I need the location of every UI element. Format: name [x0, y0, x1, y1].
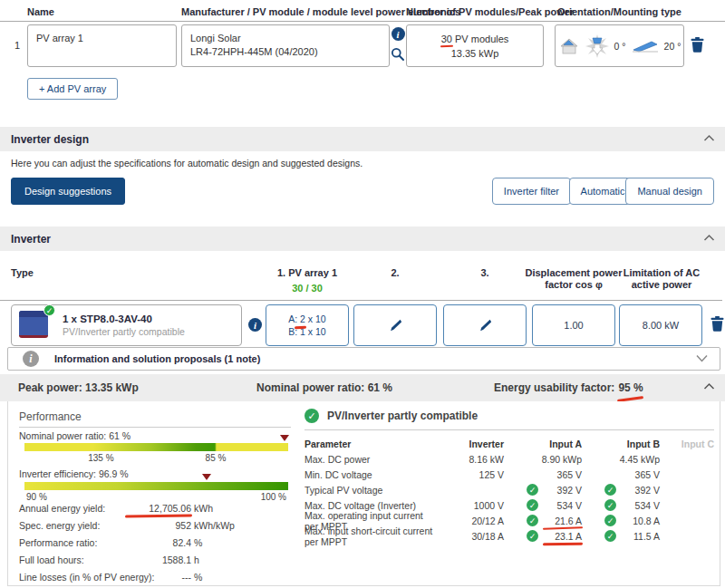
short-circuit-current-a-value: 23.1 A [544, 531, 582, 542]
information-proposals-bar[interactable]: i Information and solution proposals (1 … [7, 347, 720, 371]
check-icon: ✓ [527, 530, 538, 542]
performance-stats: Annual energy yield: 12,705.06kWh Spec. … [19, 501, 291, 587]
peak-power-value: 13.35 kWp [451, 46, 499, 61]
information-proposals-label: Information and solution proposals (1 no… [54, 353, 260, 364]
tilt-panel-icon [632, 40, 659, 53]
check-icon: ✓ [604, 530, 616, 542]
inverter-device-image: ✓ [19, 309, 52, 342]
check-icon: ✓ [604, 499, 616, 511]
design-suggestions-button[interactable]: Design suggestions [11, 178, 125, 205]
add-pv-array-button[interactable]: + Add PV array [27, 78, 118, 100]
gauge-marker [280, 435, 289, 441]
inverter-design-section-header[interactable]: Inverter design [0, 127, 725, 151]
pv-module-select[interactable]: Longi Solar LR4-72HPH-445M (04/2020) [181, 24, 390, 67]
pv-array-1-assigned-count: 30 / 30 [266, 283, 349, 294]
inverter-type-box[interactable]: ✓ 1 x STP8.0-3AV-40 PV/Inverter partly c… [11, 304, 242, 346]
compat-row-short-circuit-current: Max. input short-circuit current per MPP… [304, 528, 714, 544]
expand-chevron-down-icon[interactable] [695, 353, 709, 363]
compat-row-typical-pv-voltage: Typical PV voltage ✓392 V ✓392 V [304, 482, 714, 497]
collapse-chevron-up-icon[interactable] [703, 234, 715, 242]
operating-current-a-value: 21.6 A [544, 516, 582, 526]
compatibility-title: ✓ PV/Inverter partly compatible [304, 409, 478, 423]
gauge1-tick-135: 135 % [88, 453, 113, 463]
col-header-3: 3. [443, 267, 527, 278]
pv-design-page: Name Manufacturer / PV module / module l… [0, 0, 725, 588]
check-icon: ✓ [527, 499, 538, 511]
manufacturer-name: Longi Solar [190, 32, 381, 45]
manual-design-button[interactable]: Manual design [625, 178, 714, 205]
results-summary-bar[interactable]: Peak power: 13.35 kWp Nominal power rati… [0, 374, 725, 401]
edit-string-3-box[interactable] [443, 304, 527, 346]
energy-usability-value: 95 % [618, 381, 643, 394]
gauge1-tick-85: 85 % [206, 453, 227, 463]
col-header-2: 2. [353, 267, 437, 278]
module-search-icon[interactable] [391, 47, 405, 62]
azimuth-value: 0 ° [614, 41, 626, 52]
stat-annual-energy-yield: Annual energy yield: 12,705.06kWh [19, 501, 291, 518]
col-header-displacement: Displacement power factor cos φ [524, 267, 624, 291]
string-config-box[interactable]: A: 2 x 10 B: 1 x 10 [266, 304, 349, 346]
peak-power-summary: Peak power: 13.35 kWp [18, 381, 139, 394]
ac-limit-input[interactable]: 8.00 kW [619, 304, 702, 346]
stat-full-load-hours: Full load hours: 1588.1h [19, 553, 291, 570]
col-header-modules: Number of PV modules/Peak power [406, 6, 574, 17]
compatibility-table: Parameter Inverter Input A Input B Input… [304, 436, 714, 544]
inverter-model: 1 x STP8.0-3AV-40 [63, 313, 185, 324]
performance-details-panel: Performance Nominal power ratio: 61 % 13… [7, 401, 720, 586]
module-count: 30 [441, 34, 452, 44]
stat-spec-energy-yield: Spec. energy yield: 952kWh/kWp [19, 518, 291, 535]
inverter-info-icon[interactable]: i [248, 318, 262, 332]
gauge1-label: Nominal power ratio: 61 % [19, 430, 130, 441]
module-count-label: PV modules [455, 34, 508, 44]
orientation-box[interactable]: 0 ° 20 ° [555, 24, 684, 67]
inverter-section-header[interactable]: Inverter [0, 227, 725, 251]
cos-phi-input[interactable]: 1.00 [532, 304, 615, 346]
module-info-icon[interactable]: i [392, 27, 405, 41]
inverter-header-divider [0, 300, 722, 301]
inverter-design-description: Here you can adjust the specifications f… [11, 158, 362, 169]
compatible-check-icon: ✓ [304, 409, 319, 423]
check-icon: ✓ [527, 484, 538, 496]
inverter-title: Inverter [11, 233, 51, 246]
note-info-icon: i [23, 351, 39, 367]
edit-string-2-box[interactable] [353, 304, 437, 346]
nominal-power-ratio-gauge: 135 % 85 % [24, 443, 288, 451]
pencil-edit-icon [478, 319, 491, 332]
col-header-pv-array-1: 1. PV array 1 [266, 267, 349, 278]
header-divider [0, 21, 725, 22]
pv-array-name-input[interactable]: PV array 1 [27, 24, 177, 67]
compat-row-min-dc-voltage: Min. DC voltage 125 V 365 V 365 V [304, 467, 714, 482]
pv-array-row-index: 1 [14, 40, 20, 51]
inverter-efficiency-gauge: 90 % 100 % [24, 482, 288, 490]
compat-row-max-dc-power: Max. DC power 8.16 kW 8.90 kWp 4.45 kWp [304, 451, 714, 467]
check-icon: ✓ [527, 515, 538, 526]
gauge2-label: Inverter efficiency: 96.9 % [19, 468, 129, 479]
nominal-power-ratio-summary: Nominal power ratio: 61 % [256, 381, 392, 394]
col-header-type: Type [11, 267, 34, 278]
stat-line-losses: Line losses (in % of PV energy): ---% [19, 570, 291, 587]
inverter-filter-button[interactable]: Inverter filter [492, 178, 571, 205]
inverter-compatibility-note: PV/Inverter partly compatible [63, 326, 185, 337]
gauge-marker [202, 474, 211, 480]
col-header-orientation: Orientation/Mounting type [555, 6, 684, 17]
col-header-ac-limit: Limitation of AC active power [613, 267, 710, 291]
collapse-chevron-up-icon[interactable] [703, 382, 715, 390]
collapse-chevron-up-icon[interactable] [703, 134, 715, 142]
check-icon: ✓ [604, 484, 616, 496]
module-count-box[interactable]: 30 PV modules 13.35 kWp [406, 24, 544, 67]
delete-inverter-icon[interactable] [710, 316, 724, 332]
performance-title: Performance [19, 410, 82, 423]
pencil-edit-icon [389, 319, 401, 332]
stat-performance-ratio: Performance ratio: 82.4% [19, 535, 291, 553]
azimuth-compass-icon [585, 34, 609, 58]
annual-energy-yield-value: 12,705.06 [126, 503, 191, 514]
tilt-value: 20 ° [664, 41, 682, 52]
check-icon: ✓ [604, 515, 616, 526]
module-model: LR4-72HPH-445M (04/2020) [190, 45, 381, 59]
string-a-config: A: 2 x 10 [288, 313, 325, 325]
roof-house-icon [558, 36, 580, 56]
compatible-check-badge: ✓ [44, 304, 55, 316]
delete-pv-array-icon[interactable] [691, 37, 704, 53]
inverter-design-title: Inverter design [11, 133, 89, 146]
col-header-name: Name [27, 6, 54, 17]
